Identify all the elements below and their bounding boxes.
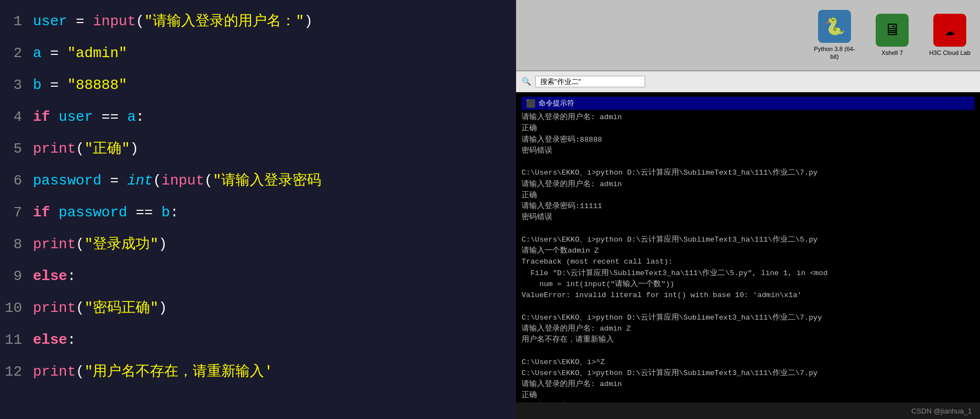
- token-paren: ): [304, 13, 313, 30]
- token-plain: :: [67, 332, 76, 348]
- token-var: password: [59, 204, 127, 221]
- code-content: a = "admin": [33, 37, 511, 69]
- token-kw: if: [33, 109, 50, 125]
- token-plain: =: [42, 77, 68, 93]
- line-number: 7: [0, 197, 22, 228]
- token-paren: (: [204, 172, 213, 189]
- line-number: 2: [0, 37, 22, 69]
- code-line: 11else:: [0, 324, 516, 356]
- code-content: user = input("请输入登录的用户名："): [33, 5, 511, 37]
- token-plain: [50, 109, 59, 125]
- token-fn: input: [93, 13, 136, 30]
- h3c-app-icon[interactable]: ☁ H3C Cloud Lab: [925, 14, 975, 57]
- token-paren: ): [130, 141, 139, 157]
- search-input[interactable]: [535, 76, 645, 87]
- code-content: if user == a:: [33, 101, 511, 133]
- taskbar: 🐍 Python 3.8 (64-bit) 🖥 Xshell 7 ☁ H3C C…: [516, 0, 980, 71]
- token-paren: (: [76, 364, 85, 380]
- python-label: Python 3.8 (64-bit): [810, 46, 859, 60]
- cmd-title: 命令提示符: [539, 98, 574, 108]
- cmd-output: 请输入登录的用户名: admin 正确 请输入登录密码:88888 密码错误 C…: [522, 112, 975, 403]
- cmd-icon: ⬛: [526, 99, 535, 108]
- token-fn: print: [33, 236, 76, 253]
- h3c-label: H3C Cloud Lab: [929, 49, 970, 57]
- token-str: "请输入登录的用户名：": [144, 13, 304, 30]
- token-kw: else: [33, 332, 67, 348]
- python-app-icon[interactable]: 🐍 Python 3.8 (64-bit): [810, 10, 859, 60]
- xshell-app-icon[interactable]: 🖥 Xshell 7: [867, 14, 917, 57]
- right-panel: 🐍 Python 3.8 (64-bit) 🖥 Xshell 7 ☁ H3C C…: [516, 0, 980, 419]
- search-icon: 🔍: [522, 77, 531, 86]
- token-paren: ): [159, 300, 167, 316]
- bottom-status: CSDN @jianhua_1: [516, 403, 980, 419]
- code-line: 10 print("密码正确"): [0, 292, 516, 324]
- code-content: else:: [33, 260, 511, 292]
- token-plain: =: [42, 45, 68, 62]
- xshell-icon: 🖥: [876, 14, 909, 47]
- token-paren: (: [153, 172, 161, 189]
- code-line: 8 print("登录成功"): [0, 228, 516, 260]
- token-var: b: [161, 204, 170, 221]
- code-line: 3b = "88888": [0, 69, 516, 101]
- line-number: 10: [0, 292, 22, 324]
- token-op: ==: [127, 204, 161, 221]
- code-content: print("密码正确"): [33, 292, 511, 324]
- token-kw: else: [33, 268, 67, 284]
- line-number: 3: [0, 69, 22, 101]
- token-op: ==: [93, 109, 127, 125]
- token-paren: (: [76, 300, 85, 316]
- token-paren: (: [76, 141, 85, 157]
- token-str: "登录成功": [85, 236, 159, 253]
- line-number: 4: [0, 101, 22, 133]
- code-content: b = "88888": [33, 69, 511, 101]
- line-number: 8: [0, 228, 22, 260]
- code-content: print("用户名不存在，请重新输入': [33, 356, 511, 388]
- code-line: 4if user == a:: [0, 101, 516, 133]
- token-fn: print: [33, 364, 76, 380]
- cmd-titlebar: ⬛ 命令提示符: [522, 97, 975, 110]
- token-str: "88888": [67, 77, 127, 93]
- token-var: user: [59, 109, 93, 125]
- token-var: a: [33, 45, 42, 62]
- csdn-label: CSDN @jianhua_1: [911, 407, 972, 415]
- python-icon: 🐍: [818, 10, 851, 43]
- code-line: 5 print("正确"): [0, 133, 516, 165]
- token-plain: =: [102, 172, 127, 189]
- line-number: 9: [0, 260, 22, 292]
- code-line: 12 print("用户名不存在，请重新输入': [0, 356, 516, 388]
- token-builtin: int: [127, 172, 153, 189]
- line-number: 11: [0, 324, 22, 356]
- code-line: 2a = "admin": [0, 37, 516, 69]
- code-line: 9 else:: [0, 260, 516, 292]
- token-str: "请输入登录密码: [213, 172, 322, 189]
- token-paren: (: [76, 236, 85, 253]
- token-str: "admin": [67, 45, 127, 62]
- token-fn: input: [161, 172, 204, 189]
- cmd-window: ⬛ 命令提示符 请输入登录的用户名: admin 正确 请输入登录密码:8888…: [516, 92, 980, 403]
- xshell-label: Xshell 7: [881, 49, 903, 57]
- token-var: a: [127, 109, 136, 125]
- code-line: 1user = input("请输入登录的用户名："): [0, 5, 516, 37]
- code-line: 6 password = int(input("请输入登录密码: [0, 165, 516, 197]
- code-content: password = int(input("请输入登录密码: [33, 165, 511, 197]
- code-content: if password == b:: [33, 197, 511, 228]
- token-paren: ): [159, 236, 167, 253]
- line-number: 12: [0, 356, 22, 388]
- line-number: 1: [0, 5, 22, 37]
- token-kw: if: [33, 204, 50, 221]
- line-number: 5: [0, 133, 22, 165]
- token-var: user: [33, 13, 67, 30]
- token-plain: =: [67, 13, 93, 30]
- code-editor: 1user = input("请输入登录的用户名：")2a = "admin"3…: [0, 0, 516, 419]
- token-plain: :: [136, 109, 144, 125]
- code-content: print("正确"): [33, 133, 511, 165]
- code-content: print("登录成功"): [33, 228, 511, 260]
- token-var: b: [33, 77, 42, 93]
- search-bar: 🔍: [516, 71, 980, 92]
- token-var: password: [33, 172, 102, 189]
- line-number: 6: [0, 165, 22, 197]
- token-fn: print: [33, 141, 76, 157]
- token-plain: :: [67, 268, 76, 284]
- token-fn: print: [33, 300, 76, 316]
- h3c-icon: ☁: [933, 14, 966, 47]
